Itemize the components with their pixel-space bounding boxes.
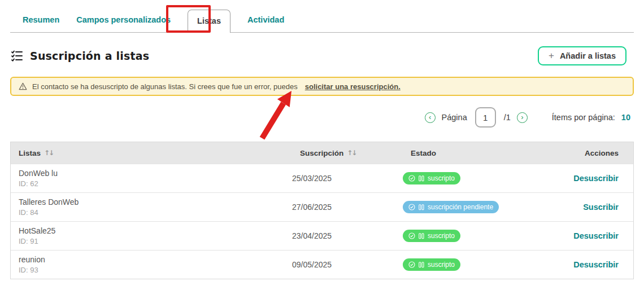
list-name: HotSale25: [19, 226, 292, 235]
action-cell: Suscribir: [520, 202, 633, 212]
plus-icon: +: [549, 52, 554, 60]
pending-icon: [419, 233, 424, 239]
list-id: ID: 93: [19, 266, 292, 274]
next-page-button[interactable]: ›: [517, 112, 528, 123]
status-cell: suscripto: [403, 230, 520, 242]
check-circle-icon: [408, 261, 415, 268]
status-badge: suscripto: [403, 230, 460, 242]
list-name-cell: DonWeb lu ID: 62: [11, 169, 292, 188]
list-name: reunion: [19, 255, 292, 264]
subscription-date: 09/05/2025: [292, 260, 403, 269]
check-circle-icon: [408, 204, 415, 210]
list-name: DonWeb lu: [19, 169, 292, 178]
column-header-listas[interactable]: Listas ↑↓: [11, 149, 292, 157]
list-id: ID: 62: [19, 179, 292, 188]
subscription-date: 25/03/2025: [292, 174, 403, 183]
check-circle-icon: [408, 175, 415, 182]
action-cell: Desuscribir: [520, 173, 633, 183]
items-per-page-value[interactable]: 10: [621, 113, 630, 122]
status-label: suscripto: [428, 174, 455, 182]
sort-icon-suscripcion[interactable]: ↑↓: [347, 149, 356, 157]
status-cell: suscripto: [403, 172, 520, 184]
status-cell: suscripción pendiente: [403, 201, 520, 213]
warning-text: El contacto se ha desuscripto de algunas…: [32, 82, 298, 91]
table-row: Talleres DonWeb ID: 84 27/06/2025: [11, 192, 633, 221]
action-cell: Desuscribir: [520, 231, 633, 241]
column-header-listas-label: Listas: [19, 149, 41, 157]
table-row: DonWeb lu ID: 62 25/03/2025 suscr: [11, 164, 633, 192]
warning-triangle-icon: [19, 82, 27, 90]
lists-table: Listas ↑↓ Suscripción ↑↓ Estado Acciones…: [10, 142, 634, 279]
page-label: Página: [442, 113, 467, 122]
action-link[interactable]: Desuscribir: [573, 231, 619, 240]
title-row: Suscripción a listas + Añadir a listas: [10, 46, 634, 65]
subscription-date: 27/06/2025: [292, 203, 403, 212]
resubscribe-request-link[interactable]: solicitar una resuscripción.: [305, 82, 401, 91]
subscription-date: 23/04/2025: [292, 231, 403, 240]
column-header-acciones-label: Acciones: [585, 149, 619, 157]
list-name: Talleres DonWeb: [19, 197, 292, 206]
pending-icon: [419, 204, 424, 210]
list-name-cell: reunion ID: 93: [11, 255, 292, 274]
tab-resumen[interactable]: Resumen: [23, 15, 59, 32]
tab-bar: Resumen Campos personalizados Listas Act…: [10, 0, 634, 33]
column-header-suscripcion-label: Suscripción: [300, 149, 343, 157]
action-link[interactable]: Desuscribir: [573, 260, 619, 269]
contact-lists-page: Resumen Campos personalizados Listas Act…: [0, 0, 644, 290]
add-to-lists-button[interactable]: + Añadir a listas: [538, 46, 626, 65]
items-per-page-label: Ítems por página:: [552, 113, 615, 122]
status-label: suscripto: [428, 232, 455, 240]
table-row: reunion ID: 93 09/05/2025 suscrip: [11, 250, 633, 279]
status-badge: suscripción pendiente: [403, 201, 499, 213]
pagination-bar: ‹ Página 1 /1 › Ítems por página: 10: [10, 96, 634, 142]
tab-actividad[interactable]: Actividad: [247, 15, 284, 32]
status-label: suscripción pendiente: [428, 203, 493, 211]
status-cell: suscripto: [403, 258, 520, 271]
column-header-estado: Estado: [403, 149, 520, 157]
list-id: ID: 84: [19, 208, 292, 217]
status-badge: suscripto: [403, 258, 460, 271]
column-header-acciones: Acciones: [520, 149, 633, 157]
column-header-estado-label: Estado: [411, 149, 436, 157]
list-name-cell: HotSale25 ID: 91: [11, 226, 292, 245]
pending-icon: [419, 262, 424, 268]
table-body: DonWeb lu ID: 62 25/03/2025 suscr: [11, 164, 633, 279]
previous-page-button[interactable]: ‹: [425, 112, 436, 123]
add-to-lists-label: Añadir a listas: [560, 51, 616, 60]
action-cell: Desuscribir: [520, 260, 633, 270]
tab-listas[interactable]: Listas: [188, 10, 230, 33]
action-link[interactable]: Suscribir: [583, 203, 619, 212]
unsubscribe-warning-banner: El contacto se ha desuscripto de algunas…: [10, 77, 634, 96]
table-row: HotSale25 ID: 91 23/04/2025 suscr: [11, 221, 633, 250]
list-name-cell: Talleres DonWeb ID: 84: [11, 197, 292, 217]
column-header-suscripcion[interactable]: Suscripción ↑↓: [292, 149, 403, 157]
sort-icon-listas[interactable]: ↑↓: [44, 149, 53, 157]
current-page-input[interactable]: 1: [475, 107, 496, 128]
tab-campos-personalizados[interactable]: Campos personalizados: [76, 15, 171, 32]
table-header-row: Listas ↑↓ Suscripción ↑↓ Estado Acciones: [11, 142, 633, 164]
status-badge: suscripto: [403, 172, 460, 184]
action-link[interactable]: Desuscribir: [573, 174, 619, 183]
page-title: Suscripción a listas: [30, 50, 149, 62]
checklist-icon: [10, 49, 24, 63]
total-pages-label: /1: [504, 113, 511, 122]
check-circle-icon: [408, 232, 415, 239]
list-id: ID: 91: [19, 237, 292, 245]
status-label: suscripto: [428, 261, 455, 269]
pending-icon: [419, 175, 424, 182]
